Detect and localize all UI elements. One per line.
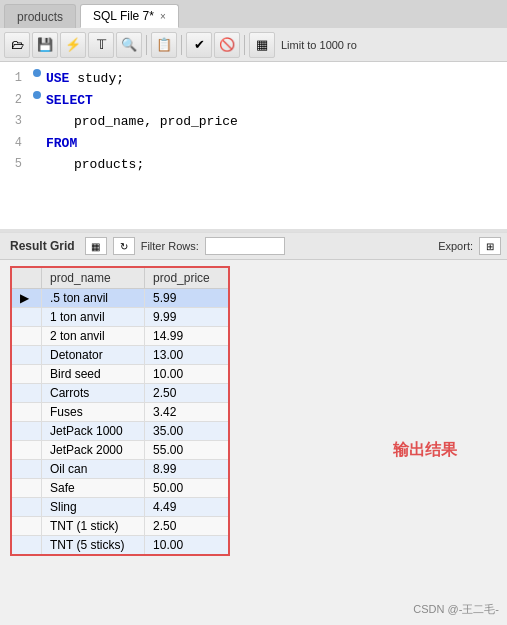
table-row[interactable]: JetPack 100035.00	[11, 422, 229, 441]
line-code-2[interactable]: SELECT	[44, 91, 507, 111]
table-row[interactable]: Sling4.49	[11, 498, 229, 517]
row-indicator	[11, 365, 42, 384]
cell-prod-price: 9.99	[145, 308, 229, 327]
cell-prod-name: Carrots	[42, 384, 145, 403]
save-button[interactable]: 💾	[32, 32, 58, 58]
cell-prod-price: 50.00	[145, 479, 229, 498]
open-file-button[interactable]: 🗁	[4, 32, 30, 58]
table-row[interactable]: 1 ton anvil9.99	[11, 308, 229, 327]
result-table: prod_name prod_price ▶.5 ton anvil5.991 …	[10, 266, 230, 556]
table-row[interactable]: Oil can8.99	[11, 460, 229, 479]
toolbar-separator-1	[146, 35, 147, 55]
editor-line-4: 4 FROM	[0, 133, 507, 155]
tab-sql-file-label: SQL File 7*	[93, 9, 154, 23]
table-row[interactable]: Detonator13.00	[11, 346, 229, 365]
close-icon[interactable]: ×	[160, 11, 166, 22]
cell-prod-price: 4.49	[145, 498, 229, 517]
line-number-4: 4	[0, 134, 30, 152]
table-row[interactable]: 2 ton anvil14.99	[11, 327, 229, 346]
row-indicator	[11, 517, 42, 536]
col-header-prod-name[interactable]: prod_name	[42, 267, 145, 289]
result-grid-tab[interactable]: Result Grid	[6, 237, 79, 255]
table-row[interactable]: TNT (1 stick)2.50	[11, 517, 229, 536]
row-indicator	[11, 346, 42, 365]
filter-input[interactable]	[205, 237, 285, 255]
line-dot-1	[30, 69, 44, 77]
row-indicator	[11, 403, 42, 422]
tab-bar: products SQL File 7* ×	[0, 0, 507, 28]
stop-button[interactable]: 🚫	[214, 32, 240, 58]
editor-line-1: 1 USE study;	[0, 68, 507, 90]
cell-prod-name: 2 ton anvil	[42, 327, 145, 346]
cell-prod-price: 35.00	[145, 422, 229, 441]
tab-products[interactable]: products	[4, 4, 76, 28]
grid-icon[interactable]: ▦	[85, 237, 107, 255]
row-indicator: ▶	[11, 289, 42, 308]
execute-button[interactable]: ⚡	[60, 32, 86, 58]
row-indicator	[11, 308, 42, 327]
format-button[interactable]: 𝕋	[88, 32, 114, 58]
editor-line-2: 2 SELECT	[0, 90, 507, 112]
row-indicator	[11, 498, 42, 517]
line-number-1: 1	[0, 69, 30, 87]
line-dot-2	[30, 91, 44, 99]
row-indicator	[11, 479, 42, 498]
row-indicator	[11, 422, 42, 441]
copy-button[interactable]: 📋	[151, 32, 177, 58]
row-indicator	[11, 536, 42, 556]
table-row[interactable]: Bird seed10.00	[11, 365, 229, 384]
table-row[interactable]: JetPack 200055.00	[11, 441, 229, 460]
cell-prod-price: 3.42	[145, 403, 229, 422]
cell-prod-name: Detonator	[42, 346, 145, 365]
line-code-3[interactable]: prod_name, prod_price	[44, 112, 507, 132]
toolbar-separator-2	[181, 35, 182, 55]
cell-prod-price: 55.00	[145, 441, 229, 460]
cell-prod-price: 8.99	[145, 460, 229, 479]
toolbar-separator-3	[244, 35, 245, 55]
cell-prod-name: Oil can	[42, 460, 145, 479]
search-button[interactable]: 🔍	[116, 32, 142, 58]
table-container: prod_name prod_price ▶.5 ton anvil5.991 …	[0, 260, 507, 562]
row-indicator	[11, 327, 42, 346]
tab-products-label: products	[17, 10, 63, 24]
editor-line-5: 5 products;	[0, 154, 507, 176]
tab-sql-file[interactable]: SQL File 7* ×	[80, 4, 179, 28]
cell-prod-name: Sling	[42, 498, 145, 517]
refresh-icon[interactable]: ↻	[113, 237, 135, 255]
row-indicator	[11, 460, 42, 479]
cell-prod-name: Safe	[42, 479, 145, 498]
editor-area: 1 USE study; 2 SELECT 3 prod_name, prod_…	[0, 62, 507, 232]
line-number-3: 3	[0, 112, 30, 130]
cell-prod-name: Fuses	[42, 403, 145, 422]
cell-prod-name: JetPack 2000	[42, 441, 145, 460]
toolbar: 🗁 💾 ⚡ 𝕋 🔍 📋 ✔ 🚫 ▦ Limit to 1000 ro	[0, 28, 507, 62]
cell-prod-name: 1 ton anvil	[42, 308, 145, 327]
table-row[interactable]: Safe50.00	[11, 479, 229, 498]
line-code-4[interactable]: FROM	[44, 134, 507, 154]
grid-button[interactable]: ▦	[249, 32, 275, 58]
cell-prod-price: 2.50	[145, 384, 229, 403]
check-button[interactable]: ✔	[186, 32, 212, 58]
line-number-2: 2	[0, 91, 30, 109]
export-icon[interactable]: ⊞	[479, 237, 501, 255]
cell-prod-price: 10.00	[145, 536, 229, 556]
row-indicator	[11, 384, 42, 403]
table-row[interactable]: ▶.5 ton anvil5.99	[11, 289, 229, 308]
cell-prod-price: 10.00	[145, 365, 229, 384]
filter-label: Filter Rows:	[141, 240, 199, 252]
line-number-5: 5	[0, 155, 30, 173]
result-toolbar: Result Grid ▦ ↻ Filter Rows: Export: ⊞	[0, 232, 507, 260]
cell-prod-price: 14.99	[145, 327, 229, 346]
line-code-1[interactable]: USE study;	[44, 69, 507, 89]
row-indicator	[11, 441, 42, 460]
line-code-5[interactable]: products;	[44, 155, 507, 175]
col-header-prod-price[interactable]: prod_price	[145, 267, 229, 289]
cell-prod-name: TNT (5 sticks)	[42, 536, 145, 556]
cell-prod-name: Bird seed	[42, 365, 145, 384]
cell-prod-price: 5.99	[145, 289, 229, 308]
watermark: CSDN @-王二毛-	[413, 602, 499, 617]
table-row[interactable]: Fuses3.42	[11, 403, 229, 422]
table-row[interactable]: TNT (5 sticks)10.00	[11, 536, 229, 556]
row-indicator-header	[11, 267, 42, 289]
table-row[interactable]: Carrots2.50	[11, 384, 229, 403]
